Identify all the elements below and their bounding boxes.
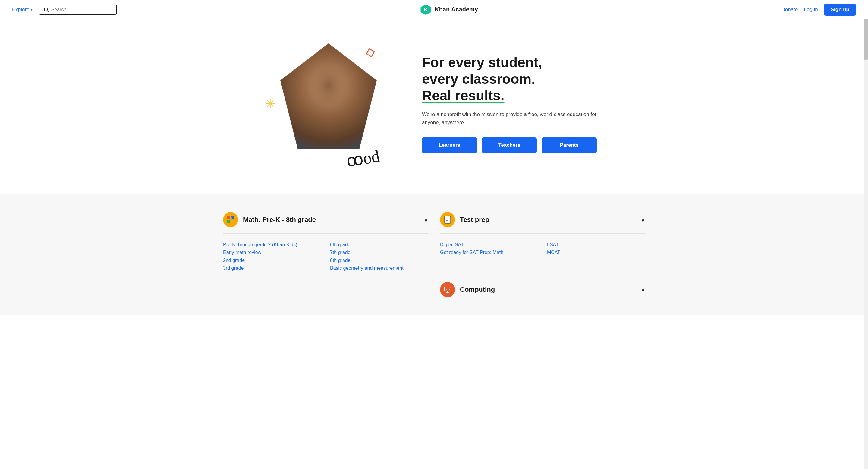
signup-button[interactable]: Sign up: [824, 4, 856, 16]
testprep-icon: [440, 212, 455, 227]
nav-right: Donate Log in Sign up: [781, 4, 856, 16]
svg-point-0: [44, 8, 48, 11]
svg-rect-12: [444, 216, 451, 223]
testprep-link-lsat[interactable]: LSAT: [547, 241, 645, 249]
math-icon-svg: + ÷ × −: [226, 216, 235, 224]
testprep-link-satprep[interactable]: Get ready for SAT Prep: Math: [440, 249, 538, 256]
math-link-2nd[interactable]: 2nd grade: [223, 256, 321, 264]
math-icon: + ÷ × −: [223, 212, 238, 227]
parents-button[interactable]: Parents: [541, 137, 597, 153]
testprep-links-col1: Digital SAT Get ready for SAT Prep: Math: [440, 241, 538, 256]
svg-text:</>: </>: [446, 288, 450, 291]
logo-area[interactable]: K Khan Academy: [420, 4, 478, 15]
testprep-icon-svg: [443, 216, 452, 224]
svg-text:K: K: [424, 7, 428, 13]
math-accordion: + ÷ × − Math: Pre-K - 8th grade ∧ Pre-K …: [223, 206, 428, 303]
logo-text: Khan Academy: [435, 6, 478, 13]
math-link-6th[interactable]: 6th grade: [330, 241, 428, 249]
computing-icon: </>: [440, 282, 455, 297]
testprep-links-col2: LSAT MCAT: [547, 241, 645, 256]
math-links-col1: Pre-K through grade 2 (Khan Kids) Early …: [223, 241, 321, 272]
math-link-geometry[interactable]: Basic geometry and measurement: [330, 264, 428, 272]
scrollbar[interactable]: [864, 0, 868, 315]
search-box[interactable]: [38, 4, 117, 15]
testprep-accordion: Test prep ∧ Digital SAT Get ready for SA…: [440, 206, 645, 303]
computing-accordion-header[interactable]: </> Computing ∧: [440, 276, 645, 303]
hero-section: ✳ ꝏod For every student, every classroom…: [223, 19, 645, 194]
computing-accordion-title: Computing: [460, 286, 636, 293]
hero-subtitle: We're a nonprofit with the mission to pr…: [422, 110, 597, 127]
testprep-link-mcat[interactable]: MCAT: [547, 249, 645, 256]
hero-image-area: ✳ ꝏod: [271, 37, 398, 170]
math-link-early[interactable]: Early math review: [223, 249, 321, 256]
hero-title: For every student, every classroom. Real…: [422, 54, 597, 104]
donate-button[interactable]: Donate: [781, 7, 798, 13]
logo-icon: K: [420, 4, 432, 15]
svg-text:×: ×: [227, 220, 229, 223]
svg-line-1: [47, 10, 48, 12]
math-accordion-body: Pre-K through grade 2 (Khan Kids) Early …: [223, 233, 428, 279]
nav-left: Explore ▾: [12, 4, 117, 15]
math-accordion-header[interactable]: + ÷ × − Math: Pre-K - 8th grade ∧: [223, 206, 428, 233]
swirl-decoration: ꝏod: [345, 148, 381, 170]
explore-chevron-icon: ▾: [31, 7, 33, 12]
hero-content: For every student, every classroom. Real…: [422, 54, 597, 153]
svg-text:−: −: [231, 220, 233, 223]
explore-button[interactable]: Explore ▾: [12, 7, 33, 13]
search-icon: [43, 7, 49, 12]
search-input[interactable]: [51, 7, 112, 12]
math-links-col2: 6th grade 7th grade 8th grade Basic geom…: [330, 241, 428, 272]
login-button[interactable]: Log in: [804, 7, 818, 13]
math-link-preK[interactable]: Pre-K through grade 2 (Khan Kids): [223, 241, 321, 249]
testprep-accordion-body: Digital SAT Get ready for SAT Prep: Math…: [440, 233, 645, 264]
math-link-8th[interactable]: 8th grade: [330, 256, 428, 264]
math-link-7th[interactable]: 7th grade: [330, 249, 428, 256]
testprep-accordion-header[interactable]: Test prep ∧: [440, 206, 645, 233]
svg-text:÷: ÷: [231, 216, 233, 219]
computing-accordion-chevron-icon: ∧: [641, 286, 645, 293]
learners-button[interactable]: Learners: [422, 137, 477, 153]
math-link-3rd[interactable]: 3rd grade: [223, 264, 321, 272]
testprep-divider: [440, 270, 645, 270]
explore-label: Explore: [12, 7, 30, 13]
testprep-accordion-chevron-icon: ∧: [641, 216, 645, 223]
content-grid: + ÷ × − Math: Pre-K - 8th grade ∧ Pre-K …: [223, 206, 645, 303]
math-accordion-chevron-icon: ∧: [424, 216, 428, 223]
nav-center: K Khan Academy: [117, 4, 781, 15]
teachers-button[interactable]: Teachers: [482, 137, 537, 153]
computing-icon-svg: </>: [443, 285, 452, 294]
hero-image: [280, 43, 377, 149]
testprep-link-dsat[interactable]: Digital SAT: [440, 241, 538, 249]
hero-buttons: Learners Teachers Parents: [422, 137, 597, 153]
testprep-accordion-title: Test prep: [460, 216, 636, 224]
content-section: + ÷ × − Math: Pre-K - 8th grade ∧ Pre-K …: [0, 194, 868, 315]
svg-text:+: +: [227, 216, 229, 219]
star-decoration: ✳: [265, 98, 276, 110]
math-accordion-title: Math: Pre-K - 8th grade: [243, 216, 419, 224]
navbar: Explore ▾ K Khan Academy Donate Log in S…: [0, 0, 868, 19]
